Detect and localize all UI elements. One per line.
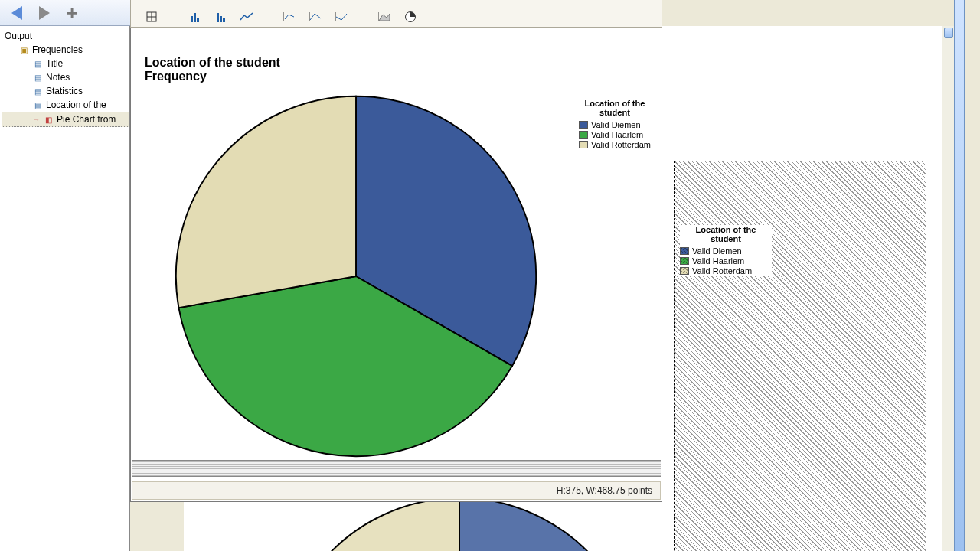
current-item-marker: → bbox=[33, 116, 40, 123]
bg-pie-chart bbox=[276, 494, 643, 551]
chart-type-toolbar bbox=[130, 0, 662, 28]
legend-label: Valid Diemen bbox=[692, 246, 742, 256]
legend-item[interactable]: Valid Haarlem bbox=[579, 130, 651, 139]
tree-label: Title bbox=[46, 58, 63, 69]
tree-item-pie-chart-from[interactable]: →◧Pie Chart from bbox=[2, 112, 129, 127]
legend-swatch bbox=[680, 247, 689, 255]
tree-item-title[interactable]: ▤Title bbox=[2, 57, 129, 70]
legend-item[interactable]: Valid Haarlem bbox=[680, 256, 772, 266]
tree-root-output[interactable]: Output bbox=[2, 29, 129, 43]
document-icon: ▤ bbox=[32, 86, 43, 96]
pie-chart-icon[interactable] bbox=[402, 8, 419, 25]
tree-label: Frequencies bbox=[32, 44, 83, 55]
tree-label: Location of the bbox=[46, 99, 106, 110]
document-icon: ▤ bbox=[32, 59, 43, 68]
bar-chart-alt-icon[interactable] bbox=[212, 8, 229, 25]
document-icon: ▤ bbox=[32, 100, 43, 109]
chart-editor-window: Location of the student Frequency Locati… bbox=[130, 28, 662, 502]
tree-label: Statistics bbox=[46, 86, 83, 96]
status-text: H:375, W:468.75 points bbox=[557, 485, 652, 496]
legend-title: Location of thestudent bbox=[579, 99, 651, 117]
add-button[interactable]: + bbox=[61, 4, 83, 22]
tree-node-frequencies[interactable]: ▣ Frequencies bbox=[2, 43, 129, 57]
forward-button[interactable] bbox=[34, 4, 55, 22]
bg-legend-title: Location of thestudent bbox=[680, 225, 772, 243]
chart-title-line2: Frequency bbox=[145, 70, 207, 83]
chart-icon: ◧ bbox=[43, 115, 54, 124]
selected-chart-placeholder bbox=[674, 161, 926, 551]
legend-item[interactable]: Valid Rotterdam bbox=[680, 266, 772, 276]
line-chart-alt2-icon[interactable] bbox=[333, 8, 350, 25]
legend-swatch bbox=[680, 267, 689, 275]
document-icon: ▤ bbox=[32, 73, 43, 82]
editor-status-bar: H:375, W:468.75 points bbox=[132, 481, 661, 500]
legend-swatch bbox=[680, 257, 689, 265]
chart-title-line1: Location of the student bbox=[145, 56, 280, 69]
tree-label: Notes bbox=[46, 72, 70, 83]
navigation-toolbar: + bbox=[0, 0, 130, 26]
chart-canvas[interactable]: Location of the student Frequency Locati… bbox=[137, 34, 655, 451]
area-chart-icon[interactable] bbox=[376, 8, 393, 25]
arrow-left-icon bbox=[11, 6, 22, 20]
legend-swatch bbox=[579, 121, 588, 129]
svg-marker-3 bbox=[379, 14, 390, 21]
chart-title[interactable]: Location of the student Frequency bbox=[145, 56, 655, 84]
tree-label: Pie Chart from bbox=[57, 114, 116, 125]
legend-label: Valid Diemen bbox=[591, 120, 641, 129]
legend-item[interactable]: Valid Diemen bbox=[680, 246, 772, 256]
output-node-label: Output bbox=[5, 31, 32, 41]
folder-icon: ▣ bbox=[18, 45, 29, 54]
plus-icon: + bbox=[66, 5, 77, 21]
tree-item-notes[interactable]: ▤Notes bbox=[2, 70, 129, 84]
line-chart-icon[interactable] bbox=[238, 8, 255, 25]
line-chart-alt1-icon[interactable] bbox=[307, 8, 324, 25]
legend-label: Valid Rotterdam bbox=[591, 140, 651, 149]
bar-chart-icon[interactable] bbox=[186, 8, 203, 25]
legend-label: Valid Rotterdam bbox=[692, 266, 752, 276]
legend-label: Valid Haarlem bbox=[692, 256, 744, 266]
back-button[interactable] bbox=[6, 4, 28, 22]
output-outline-tree[interactable]: Output ▣ Frequencies ▤Title▤Notes▤Statis… bbox=[0, 26, 130, 551]
resize-strip[interactable] bbox=[132, 460, 661, 477]
chart-legend[interactable]: Location of thestudent Valid DiemenValid… bbox=[579, 99, 651, 150]
pie-chart[interactable] bbox=[172, 93, 540, 460]
legend-swatch bbox=[579, 141, 588, 148]
tree-item-statistics[interactable]: ▤Statistics bbox=[2, 84, 129, 98]
window-side-accent bbox=[954, 0, 965, 551]
scroll-up-button[interactable] bbox=[944, 28, 953, 38]
legend-swatch bbox=[579, 131, 588, 139]
tree-item-location-of-the[interactable]: ▤Location of the bbox=[2, 98, 129, 112]
grid-axes-icon[interactable] bbox=[143, 8, 160, 25]
output-scrollbar[interactable] bbox=[942, 26, 954, 551]
scatter-chart-icon[interactable] bbox=[281, 8, 298, 25]
bg-chart-legend: Location of thestudent Valid DiemenValid… bbox=[680, 225, 772, 276]
legend-item[interactable]: Valid Rotterdam bbox=[579, 140, 651, 149]
legend-item[interactable]: Valid Diemen bbox=[579, 120, 651, 129]
arrow-right-icon bbox=[39, 6, 50, 20]
legend-label: Valid Haarlem bbox=[591, 130, 643, 139]
